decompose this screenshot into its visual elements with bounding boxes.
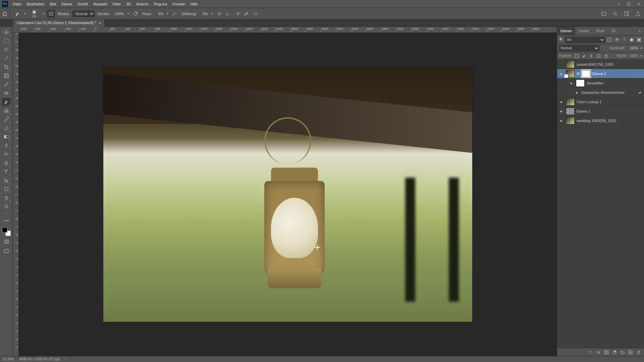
menu-bild[interactable]: Bild bbox=[47, 0, 59, 8]
cloud-doc-icon[interactable] bbox=[600, 10, 608, 18]
layer-fx-icon[interactable]: fx bbox=[596, 350, 601, 355]
mask-link-icon[interactable]: ⛓ bbox=[577, 72, 580, 75]
link-layers-icon[interactable]: ⬭ bbox=[588, 350, 593, 355]
quickmask-icon[interactable] bbox=[2, 238, 11, 245]
brush-chevron-icon[interactable]: ▾ bbox=[42, 12, 46, 15]
lock-all-icon[interactable] bbox=[603, 53, 609, 59]
menu-hilfe[interactable]: Hilfe bbox=[187, 0, 200, 8]
hand-tool[interactable] bbox=[2, 194, 11, 202]
document-info[interactable]: 4936 Px x 3319 Px (72 ppi) bbox=[19, 357, 60, 361]
eraser-tool[interactable] bbox=[2, 124, 11, 132]
foreground-color-swatch[interactable] bbox=[2, 227, 7, 233]
share-icon[interactable] bbox=[634, 10, 642, 18]
dodge-tool[interactable] bbox=[2, 150, 11, 158]
vertical-ruler[interactable]: 0200400600800100012014161820222426283032 bbox=[13, 33, 19, 356]
layer-thumbnail[interactable] bbox=[566, 98, 575, 106]
smoothing-value[interactable]: 0% bbox=[199, 12, 209, 16]
menu-ansicht[interactable]: Ansicht bbox=[133, 0, 151, 8]
color-swatches[interactable] bbox=[2, 227, 11, 236]
flow-chevron-icon[interactable]: ▾ bbox=[165, 12, 169, 15]
marquee-tool[interactable] bbox=[2, 37, 11, 45]
type-tool[interactable]: T bbox=[2, 168, 11, 176]
layer-row[interactable]: ●⛓Ebene 2⌄ bbox=[557, 69, 644, 78]
brush-panel-toggle-icon[interactable] bbox=[47, 10, 55, 18]
wand-tool[interactable] bbox=[2, 54, 11, 62]
visibility-toggle-icon[interactable]: ● bbox=[558, 100, 564, 104]
zoom-level[interactable]: 22,26% bbox=[3, 357, 14, 361]
adjustment-layer-icon[interactable] bbox=[612, 350, 617, 355]
symmetry-icon[interactable] bbox=[252, 10, 260, 18]
visibility-toggle-icon[interactable]: ● bbox=[558, 72, 564, 76]
delete-layer-icon[interactable] bbox=[636, 350, 641, 355]
smoothing-settings-icon[interactable] bbox=[215, 10, 223, 18]
pen-tool[interactable] bbox=[2, 159, 11, 167]
visibility-toggle-icon[interactable]: ● bbox=[574, 90, 579, 95]
pressure-opacity-icon[interactable] bbox=[131, 10, 140, 18]
menu-plugins[interactable]: Plug-ins bbox=[151, 0, 170, 8]
layer-name[interactable]: Gaußscher Weichzeichner bbox=[581, 90, 625, 95]
filter-image-icon[interactable] bbox=[606, 37, 612, 43]
stamp-tool[interactable] bbox=[2, 107, 11, 115]
opacity-chevron-icon[interactable]: ▾ bbox=[126, 12, 130, 15]
menu-fenster[interactable]: Fenster bbox=[170, 0, 187, 8]
pressure-size-icon[interactable] bbox=[242, 10, 250, 18]
lock-position-icon[interactable] bbox=[589, 53, 594, 59]
menu-filter[interactable]: Filter bbox=[110, 0, 123, 8]
filter-smart-icon[interactable] bbox=[636, 37, 642, 43]
menu-ebene[interactable]: Ebene bbox=[59, 0, 75, 8]
layer-row[interactable]: ●Smartfilter bbox=[557, 78, 644, 88]
layer-thumbnail[interactable] bbox=[566, 61, 575, 68]
chevron-down-icon[interactable]: ▾ bbox=[640, 54, 642, 58]
screenmode-icon[interactable] bbox=[2, 247, 11, 255]
flow-value[interactable]: 5% bbox=[155, 12, 164, 16]
layer-row[interactable]: ●Color Lookup 1 bbox=[557, 97, 644, 107]
home-button[interactable] bbox=[2, 10, 10, 18]
filter-adjust-icon[interactable] bbox=[614, 37, 620, 43]
visibility-toggle-icon[interactable]: ● bbox=[569, 81, 574, 85]
tab-3d[interactable]: 3D bbox=[608, 27, 619, 36]
group-icon[interactable] bbox=[620, 350, 625, 355]
document-viewport[interactable] bbox=[19, 33, 557, 356]
angle-value[interactable]: 0° bbox=[231, 12, 241, 16]
menu-3d[interactable]: 3D bbox=[123, 0, 133, 8]
tab-pfade[interactable]: Pfade bbox=[593, 27, 608, 36]
blend-mode-select[interactable]: Normal bbox=[72, 10, 95, 17]
blur-tool[interactable] bbox=[2, 141, 11, 149]
lock-artboard-icon[interactable] bbox=[596, 53, 601, 59]
menu-bearbeiten[interactable]: Bearbeiten bbox=[24, 0, 47, 8]
horizontal-ruler[interactable]: -1000-800-600-400-2000200400600800100012… bbox=[19, 27, 557, 33]
history-brush-tool[interactable] bbox=[2, 115, 11, 123]
add-mask-icon[interactable] bbox=[604, 350, 609, 355]
crop-tool[interactable] bbox=[2, 63, 11, 71]
workspace-icon[interactable] bbox=[623, 10, 631, 18]
panel-menu-icon[interactable]: ≡ bbox=[635, 27, 644, 36]
layer-thumbnail[interactable] bbox=[566, 108, 575, 115]
layer-row[interactable]: ●wedding-1083258_1920 bbox=[557, 116, 644, 125]
layer-thumbnail[interactable] bbox=[576, 79, 585, 87]
layer-row[interactable]: ●Gaußscher Weichzeichner⇄ bbox=[557, 88, 644, 97]
filter-type-icon[interactable]: T bbox=[621, 37, 627, 43]
document-canvas[interactable] bbox=[103, 67, 472, 322]
lock-transparency-icon[interactable] bbox=[574, 53, 579, 59]
layer-row[interactable]: sunset-6041750_1920 bbox=[557, 60, 644, 69]
layer-name[interactable]: Ebene 2 bbox=[592, 72, 606, 76]
layer-fx-indicator-icon[interactable]: ⇄ bbox=[639, 91, 643, 94]
layer-filter-kind[interactable]: Art bbox=[565, 37, 605, 43]
visibility-toggle-icon[interactable]: ● bbox=[558, 109, 564, 113]
airbrush-icon[interactable] bbox=[171, 10, 179, 18]
tab-ebenen[interactable]: Ebenen bbox=[557, 27, 575, 36]
opacity-value[interactable]: 100% bbox=[113, 12, 125, 16]
filter-shape-icon[interactable] bbox=[629, 37, 635, 43]
eyedropper-tool[interactable] bbox=[2, 80, 11, 88]
layer-name[interactable]: Smartfilter bbox=[587, 81, 603, 85]
layer-name[interactable]: wedding-1083258_1920 bbox=[577, 119, 616, 123]
menu-datei[interactable]: Datei bbox=[10, 0, 24, 8]
current-tool-icon[interactable] bbox=[13, 10, 21, 18]
layer-blend-select[interactable]: Normal bbox=[559, 45, 599, 51]
smoothing-chevron-icon[interactable]: ▾ bbox=[210, 12, 214, 15]
healing-tool[interactable] bbox=[2, 89, 11, 97]
layer-name[interactable]: Ebene 1 bbox=[577, 109, 590, 113]
minimize-icon[interactable] bbox=[614, 0, 624, 8]
info-chevron-icon[interactable]: › bbox=[65, 357, 66, 361]
maximize-icon[interactable] bbox=[624, 0, 634, 8]
